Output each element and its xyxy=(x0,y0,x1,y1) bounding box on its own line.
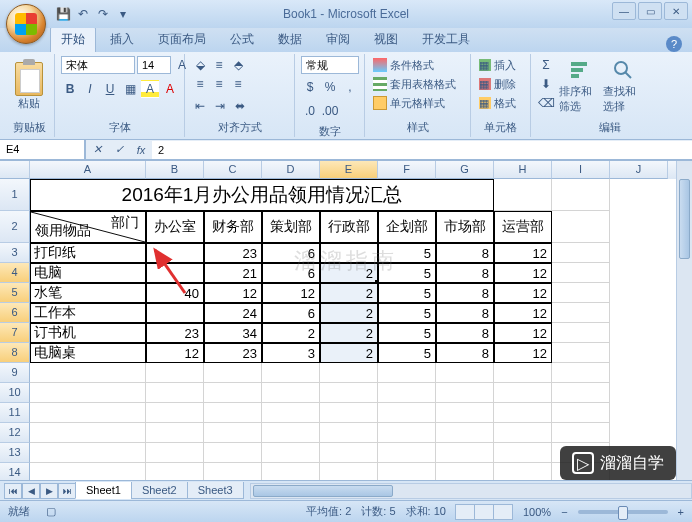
row-header-13[interactable]: 13 xyxy=(0,443,30,463)
data-cell[interactable] xyxy=(146,243,204,263)
data-cell[interactable]: 8 xyxy=(436,323,494,343)
tab-data[interactable]: 数据 xyxy=(268,27,312,52)
empty-cell[interactable] xyxy=(436,403,494,423)
empty-cell[interactable] xyxy=(262,363,320,383)
currency-button[interactable]: $ xyxy=(301,78,319,96)
autosum-button[interactable]: Σ xyxy=(537,56,555,74)
font-size-combo[interactable]: 14 xyxy=(137,56,171,74)
data-cell[interactable]: 2 xyxy=(262,323,320,343)
clear-button[interactable]: ⌫ xyxy=(537,94,555,112)
help-icon[interactable]: ? xyxy=(666,36,682,52)
empty-cell[interactable] xyxy=(204,403,262,423)
empty-cell[interactable] xyxy=(378,443,436,463)
qat-undo[interactable]: ↶ xyxy=(74,5,92,23)
col-project[interactable]: 企划部 xyxy=(378,211,436,243)
percent-button[interactable]: % xyxy=(321,78,339,96)
bold-button[interactable]: B xyxy=(61,80,79,98)
empty-cell[interactable] xyxy=(494,443,552,463)
col-header-I[interactable]: I xyxy=(552,161,610,179)
row-header-5[interactable]: 5 xyxy=(0,283,30,303)
col-header-C[interactable]: C xyxy=(204,161,262,179)
data-cell[interactable]: 2 xyxy=(320,263,378,283)
increase-decimal[interactable]: .0 xyxy=(301,102,319,120)
fill-color-button[interactable]: A xyxy=(141,80,159,98)
empty-cell[interactable] xyxy=(30,383,146,403)
empty-cell[interactable] xyxy=(436,423,494,443)
empty-cell[interactable] xyxy=(262,403,320,423)
empty-cell[interactable] xyxy=(552,423,610,443)
row-header-10[interactable]: 10 xyxy=(0,383,30,403)
empty-cell[interactable] xyxy=(204,363,262,383)
empty-cell[interactable] xyxy=(262,423,320,443)
zoom-out[interactable]: − xyxy=(561,506,567,518)
insert-cells-button[interactable]: ▦插入 xyxy=(477,56,524,74)
empty-cell[interactable] xyxy=(436,443,494,463)
align-center[interactable]: ≡ xyxy=(210,75,228,93)
restore-button[interactable]: ▭ xyxy=(638,2,662,20)
data-cell[interactable]: 8 xyxy=(436,303,494,323)
format-cells-button[interactable]: ▦格式 xyxy=(477,94,524,112)
data-cell[interactable]: 24 xyxy=(204,303,262,323)
data-cell[interactable]: 5 xyxy=(378,243,436,263)
data-cell[interactable]: 2 xyxy=(320,343,378,363)
row-header-2[interactable]: 2 xyxy=(0,211,30,243)
row-header-11[interactable]: 11 xyxy=(0,403,30,423)
worksheet-grid[interactable]: A B C D E F G H I J 1 2 3 4 5 6 7 8 9 10… xyxy=(0,160,692,488)
cell-styles-button[interactable]: 单元格样式 xyxy=(371,94,464,112)
empty-cell[interactable] xyxy=(552,211,610,243)
data-cell[interactable]: 12 xyxy=(494,263,552,283)
minimize-button[interactable]: — xyxy=(612,2,636,20)
row-header-1[interactable]: 1 xyxy=(0,179,30,211)
empty-cell[interactable] xyxy=(262,383,320,403)
close-button[interactable]: ✕ xyxy=(664,2,688,20)
data-cell[interactable]: 21 xyxy=(204,263,262,283)
data-cell[interactable]: 6 xyxy=(262,263,320,283)
empty-cell[interactable] xyxy=(552,243,610,263)
data-cell[interactable] xyxy=(146,263,204,283)
delete-cells-button[interactable]: ▦删除 xyxy=(477,75,524,93)
row-header-8[interactable]: 8 xyxy=(0,343,30,363)
data-cell[interactable]: 5 xyxy=(378,323,436,343)
data-cell[interactable]: 8 xyxy=(436,343,494,363)
empty-cell[interactable] xyxy=(30,403,146,423)
empty-cell[interactable] xyxy=(494,363,552,383)
data-cell[interactable]: 2 xyxy=(320,283,378,303)
col-planning[interactable]: 策划部 xyxy=(262,211,320,243)
format-as-table-button[interactable]: 套用表格格式 xyxy=(371,75,464,93)
sheet-nav-next[interactable]: ▶ xyxy=(40,483,58,499)
col-finance[interactable]: 财务部 xyxy=(204,211,262,243)
align-top[interactable]: ⬙ xyxy=(191,56,209,74)
col-header-H[interactable]: H xyxy=(494,161,552,179)
data-cell[interactable]: 12 xyxy=(204,283,262,303)
data-cell[interactable]: 2 xyxy=(320,323,378,343)
row-name[interactable]: 工作本 xyxy=(30,303,146,323)
row-name[interactable]: 订书机 xyxy=(30,323,146,343)
empty-cell[interactable] xyxy=(204,383,262,403)
tab-insert[interactable]: 插入 xyxy=(100,27,144,52)
zoom-slider[interactable] xyxy=(578,510,668,514)
col-header-B[interactable]: B xyxy=(146,161,204,179)
empty-cell[interactable] xyxy=(494,179,552,211)
empty-cell[interactable] xyxy=(30,423,146,443)
decrease-indent[interactable]: ⇤ xyxy=(191,97,209,115)
data-cell[interactable] xyxy=(320,243,378,263)
row-name[interactable]: 电脑 xyxy=(30,263,146,283)
data-cell[interactable]: 5 xyxy=(378,303,436,323)
empty-cell[interactable] xyxy=(146,403,204,423)
align-left[interactable]: ≡ xyxy=(191,75,209,93)
empty-cell[interactable] xyxy=(320,403,378,423)
row-header-6[interactable]: 6 xyxy=(0,303,30,323)
select-all-corner[interactable] xyxy=(0,161,30,179)
qat-redo[interactable]: ↷ xyxy=(94,5,112,23)
empty-cell[interactable] xyxy=(494,423,552,443)
view-normal[interactable] xyxy=(455,504,475,520)
decrease-decimal[interactable]: .00 xyxy=(321,102,339,120)
empty-cell[interactable] xyxy=(552,323,610,343)
align-right[interactable]: ≡ xyxy=(229,75,247,93)
office-button[interactable] xyxy=(6,4,46,44)
tab-developer[interactable]: 开发工具 xyxy=(412,27,480,52)
sheet-tab-2[interactable]: Sheet2 xyxy=(131,482,188,499)
underline-button[interactable]: U xyxy=(101,80,119,98)
font-name-combo[interactable]: 宋体 xyxy=(61,56,135,74)
empty-cell[interactable] xyxy=(146,423,204,443)
